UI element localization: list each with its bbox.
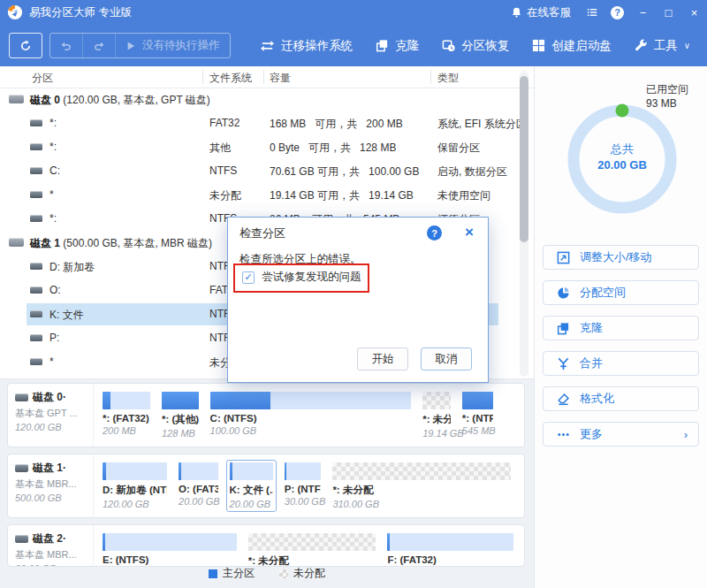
legend: 主分区 未分配 <box>0 566 534 581</box>
primary-partition-swatch <box>209 569 217 578</box>
minimize-icon[interactable]: − <box>630 0 656 25</box>
partition-bar <box>230 462 273 480</box>
vertical-scrollbar[interactable] <box>520 71 528 377</box>
dialog-body-text: 检查所选分区上的错误。 <box>239 252 361 267</box>
start-button[interactable]: 开始 <box>357 347 408 370</box>
pending-operations-label: 没有待执行操作 <box>136 38 220 53</box>
fix-errors-checkbox[interactable]: ✓ <box>242 271 255 284</box>
cancel-button[interactable]: 取消 <box>421 347 472 370</box>
refresh-icon <box>19 40 32 52</box>
fix-errors-label: 尝试修复发现的问题 <box>262 270 361 285</box>
partition-row[interactable]: *: FAT32 168 MB 可用，共 200 MB 系统, EFI 系统分区 <box>0 111 534 135</box>
clone-icon <box>376 39 389 52</box>
partition-block[interactable]: F: (FAT32)10.00 GB <box>384 531 517 567</box>
list-icon[interactable] <box>579 0 604 25</box>
partition-bar <box>210 392 412 409</box>
partition-bar <box>162 392 199 409</box>
legend-unallocated: 未分配 <box>279 566 325 581</box>
partition-icon <box>30 215 42 222</box>
disk-info[interactable]: 磁盘 0·基本盘 GPT ...120.00 GB <box>8 384 94 447</box>
partition-icon <box>30 167 42 174</box>
partition-block[interactable]: *: (其他)128 MB <box>158 389 202 441</box>
partition-icon <box>30 143 42 150</box>
partition-bar <box>103 392 150 409</box>
partition-icon <box>30 119 42 126</box>
disk-card: 磁盘 1·基本盘 MBR...500.00 GBD: 新加卷 (NTFS)120… <box>7 454 525 518</box>
unallocated-swatch <box>279 569 288 578</box>
format-icon <box>556 392 570 406</box>
online-support-button[interactable]: 在线客服 <box>503 0 579 25</box>
disk-icon <box>9 238 24 247</box>
disk-icon <box>15 535 28 543</box>
disk-card: 磁盘 0·基本盘 GPT ...120.00 GB*: (FAT32)200 M… <box>7 383 525 447</box>
more-icon <box>556 427 570 441</box>
action-button-2[interactable]: 分配空间 <box>543 280 699 305</box>
toolbar-item-2[interactable]: 克隆 <box>364 25 430 66</box>
total-capacity-value: 20.00 GB <box>597 158 647 172</box>
toolbar-actions: 迁移操作系统克隆分区恢复创建启动盘工具∨ <box>248 25 702 66</box>
partition-block[interactable]: D: 新加卷 (NTFS)120.00 GB <box>99 460 171 512</box>
partition-block[interactable]: *: 未分配19.14 GB <box>419 389 454 441</box>
online-support-label: 在线客服 <box>527 5 571 20</box>
disk-info[interactable]: 磁盘 2·基本盘 MBR...30.00 GB <box>8 525 94 566</box>
app-title: 易我分区大师 专业版 <box>29 5 132 20</box>
partition-bar <box>103 462 167 480</box>
check-partition-dialog: 检查分区 ? × 检查所选分区上的错误。 ✓ 尝试修复发现的问题 开始 取消 <box>227 217 489 383</box>
clone-icon <box>556 321 570 335</box>
partition-block[interactable]: *: 未分配10.00 GB <box>245 531 380 567</box>
disk-info[interactable]: 磁盘 1·基本盘 MBR...500.00 GB <box>8 454 94 517</box>
redo-button[interactable] <box>83 34 116 57</box>
partition-block[interactable]: P: (NTFS)30.00 GB <box>281 460 325 512</box>
resize-move-icon <box>556 250 570 264</box>
dialog-help-icon[interactable]: ? <box>427 225 442 241</box>
toolbar-item-1[interactable]: 迁移操作系统 <box>248 25 364 66</box>
partition-bar <box>285 462 322 480</box>
column-partition: 分区 <box>32 71 53 86</box>
column-capacity: 容量 <box>270 71 291 86</box>
partition-block[interactable]: *: (FAT32)200 MB <box>99 389 154 441</box>
partition-row[interactable]: C: NTFS 70.61 GB 可用，共 100.00 GB 启动, 数据分区 <box>0 159 534 183</box>
disk-group-row[interactable]: 磁盘 0 (120.00 GB, 基本盘, GPT 磁盘) <box>0 88 534 111</box>
merge-icon <box>556 356 570 370</box>
table-header: 分区 文件系统 容量 类型 <box>0 66 534 88</box>
donut-center-label: 总共 20.00 GB <box>556 141 688 173</box>
dialog-title: 检查分区 <box>239 225 285 241</box>
action-button-5[interactable]: 格式化 <box>543 386 699 411</box>
partition-block[interactable]: K: 文件 (...20.00 GB <box>226 460 277 512</box>
action-button-3[interactable]: 克隆 <box>543 316 699 340</box>
unallocated-bar <box>422 392 451 409</box>
partition-block[interactable]: O: (FAT32)20.00 GB <box>175 460 221 512</box>
partition-block[interactable]: *: 未分配310.00 GB <box>329 460 514 512</box>
disk-icon <box>15 464 28 472</box>
partition-block[interactable]: C: (NTFS)100.00 GB <box>207 389 415 441</box>
tools-icon <box>635 39 648 52</box>
disk-icon <box>15 393 28 401</box>
maximize-icon[interactable]: □ <box>656 0 681 25</box>
toolbar-item-5[interactable]: 工具∨ <box>623 25 702 66</box>
chevron-down-icon: ∨ <box>684 41 690 50</box>
unallocated-bar <box>248 533 376 551</box>
action-button-4[interactable]: 合并 <box>543 351 699 376</box>
partition-bar <box>179 462 217 480</box>
partition-row[interactable]: * 未分配 19.14 GB 可用，共 19.14 GB 未使用空间 <box>0 183 534 207</box>
help-icon[interactable]: ? <box>604 0 630 25</box>
toolbar-item-4[interactable]: 创建启动盘 <box>521 25 623 66</box>
allocate-space-icon <box>556 286 570 300</box>
column-filesystem: 文件系统 <box>209 71 252 86</box>
scrollbar-thumb[interactable] <box>520 76 528 242</box>
partition-icon <box>30 191 42 198</box>
dialog-close-icon[interactable]: × <box>465 224 474 241</box>
partition-row[interactable]: *: 其他 0 Byte 可用，共 128 MB 保留分区 <box>0 135 534 159</box>
migrate-os-icon <box>260 40 275 52</box>
action-button-1[interactable]: 调整大小/移动 <box>543 245 699 270</box>
execute-operations-button[interactable]: 没有待执行操作 <box>116 34 230 57</box>
close-icon[interactable]: × <box>681 0 707 25</box>
action-button-6[interactable]: 更多› <box>543 422 699 447</box>
undo-button[interactable] <box>50 34 83 57</box>
partition-block[interactable]: *: (NTFS)545 MB <box>459 389 497 441</box>
fix-errors-checkbox-row: ✓ 尝试修复发现的问题 <box>242 270 361 285</box>
refresh-button[interactable] <box>9 33 42 58</box>
partition-block[interactable]: E: (NTFS)10.00 GB <box>99 531 240 567</box>
play-icon <box>125 41 136 51</box>
toolbar-item-3[interactable]: 分区恢复 <box>430 25 521 66</box>
